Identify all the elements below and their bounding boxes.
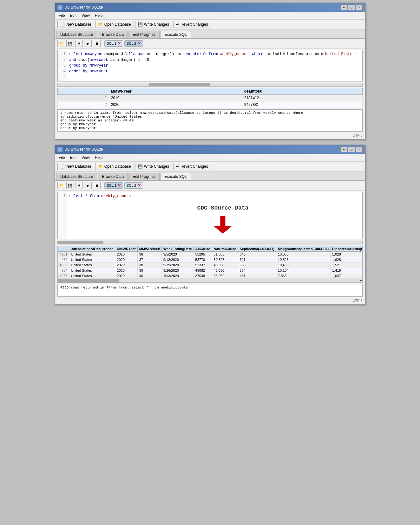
hscroll-thumb-1[interactable] [149, 83, 210, 86]
menu-help-2[interactable]: Help [92, 154, 105, 161]
col-h-nat[interactable]: NaturalCause [212, 246, 238, 252]
window-controls-1[interactable]: − □ ✕ [340, 4, 363, 10]
menu-edit-2[interactable]: Edit [67, 154, 79, 161]
open-database-button-2[interactable]: 📂 Open Database [95, 163, 134, 170]
menu-bar-2: File Edit View Help [55, 154, 365, 162]
row-num: 1 [58, 95, 109, 101]
col-h-date[interactable]: WeekEndingDate [161, 246, 194, 252]
sql-btn-save-2[interactable]: 💾 [66, 182, 74, 189]
menu-view-1[interactable]: View [79, 12, 92, 19]
sql-btn-print-2[interactable]: 🖨 [75, 182, 83, 189]
title-bar-1: 🗄 DB Browser for SQLite − □ ✕ [55, 3, 365, 12]
tab-execute-sql-2[interactable]: Execute SQL [160, 173, 191, 180]
status-text-2: 4965 rows returned in 744ms from: select… [60, 286, 360, 289]
open-database-button-1[interactable]: 📂 Open Database [95, 21, 134, 28]
table-row: 4964 United States 2020399/26/2020 49082… [58, 268, 363, 273]
results-scroll-2[interactable]: JurisdictionofOccurrence MMWRYear MMWRWe… [58, 246, 362, 279]
menu-file-1[interactable]: File [56, 12, 67, 19]
table-row: 2 2020 2427881 [58, 101, 363, 108]
menu-view-2[interactable]: View [79, 154, 92, 161]
write-changes-button-2[interactable]: 💾 Write Changes [135, 163, 172, 170]
tab-bar-2: Database Structure Browse Data Edit Prag… [55, 172, 365, 181]
tab-database-structure-1[interactable]: Database Structure [56, 31, 97, 38]
results-table-2: JurisdictionofOccurrence MMWRYear MMWRWe… [58, 246, 362, 279]
minimize-button-1[interactable]: − [340, 4, 347, 10]
hscroll-editor-1[interactable] [57, 83, 363, 87]
hscroll-thumb-2[interactable] [58, 241, 103, 244]
sql-btn-run-2[interactable]: ▶ [84, 182, 92, 189]
sql-tab-container-2: SQL 1 ✕ SQL 2 ✕ [104, 182, 143, 189]
col-h-all[interactable]: AllCause [194, 246, 212, 252]
tab-browse-data-1[interactable]: Browse Data [98, 31, 128, 38]
title-bar-2: 🗄 DB Browser for SQLite − □ ✕ [55, 145, 365, 154]
sql-code-1[interactable]: select mmwryear,sum(cast(allcause as int… [58, 50, 362, 75]
revert-changes-button-1[interactable]: ↩ Revert Changes [173, 21, 211, 28]
vscroll-arrows-2: ▼ [360, 279, 362, 282]
tab-edit-pragmas-1[interactable]: Edit Pragmas [128, 31, 160, 38]
new-database-button-2[interactable]: 📄 New Database [57, 163, 94, 170]
hscroll-editor-2[interactable] [57, 241, 363, 244]
col-h-mal[interactable]: Malignantneoplasms(C00-C97) [276, 246, 330, 252]
hscroll-table-thumb-2[interactable] [58, 279, 119, 282]
menu-help-1[interactable]: Help [92, 12, 105, 19]
col-h-week[interactable]: MMWRWeek [137, 246, 161, 252]
hscroll-table-2[interactable]: ▼ [57, 279, 363, 283]
table-row: 4963 United States 2020389/19/2020 52337… [58, 262, 363, 268]
open-db-icon-2: 📂 [98, 164, 103, 169]
col-h-dia[interactable]: Diabetesmellitus(E10-E14) [331, 246, 362, 252]
table-row: 4961 United States 2020369/5/2020 552955… [58, 252, 363, 257]
tab-bar-1: Database Structure Browse Data Edit Prag… [55, 29, 365, 39]
scroll-down-arrow[interactable]: ▼ [360, 279, 362, 282]
maximize-button-1[interactable]: □ [348, 4, 355, 10]
col-header-year-1[interactable]: MMWRYear [109, 88, 242, 95]
menu-edit-1[interactable]: Edit [67, 12, 79, 19]
sql-toolbar-1: 📁 💾 🖨 ▶ ⏹ SQL 1 ✕ SQL 2 ✕ [55, 39, 365, 49]
sql-btn-stop-2[interactable]: ⏹ [93, 182, 101, 189]
tab-execute-sql-1[interactable]: Execute SQL [160, 31, 191, 38]
sql-btn-print-1[interactable]: 🖨 [75, 40, 83, 47]
sql-tab-2-2[interactable]: SQL 2 ✕ [124, 182, 143, 189]
maximize-button-2[interactable]: □ [348, 146, 355, 152]
status-text-1: 2 rows returned in 112ms from: select mm… [60, 111, 360, 119]
sql-tab-2-1[interactable]: SQL 2 ✕ [124, 40, 143, 47]
sql-code-2[interactable]: select * from weekly_counts [58, 192, 362, 217]
menu-file-2[interactable]: File [56, 154, 67, 161]
results-container-2: JurisdictionofOccurrence MMWRYear MMWRWe… [57, 246, 363, 279]
status-text-1c: group by mmwryear [60, 122, 360, 126]
close-button-2[interactable]: ✕ [356, 146, 363, 152]
toolbar-2: 📄 New Database 📂 Open Database 💾 Write C… [55, 162, 365, 172]
tab-browse-data-2[interactable]: Browse Data [98, 173, 128, 180]
col-header-total-1[interactable]: deathtotal [242, 88, 362, 95]
status-text-1b: and cast(mmwrweek as integer) <= 40 [60, 119, 360, 122]
minimize-button-2[interactable]: − [340, 146, 347, 152]
revert-changes-button-2[interactable]: ↩ Revert Changes [173, 163, 211, 170]
sql-editor-2[interactable]: 1 select * from weekly_counts CDC Source… [57, 192, 363, 239]
sql-editor-1[interactable]: 12345 select mmwryear,sum(cast(allcause … [57, 50, 363, 81]
table-row: 4962 United States 2020379/12/2020 53770… [58, 257, 363, 262]
tab-database-structure-2[interactable]: Database Structure [56, 173, 97, 180]
col-h-year[interactable]: MMWRYear [115, 246, 138, 252]
write-changes-button-1[interactable]: 💾 Write Changes [135, 21, 172, 28]
col-h-sep[interactable]: Septicemia(A40-A41) [238, 246, 276, 252]
sql-btn-stop-1[interactable]: ⏹ [93, 40, 101, 47]
sql-tab-1-2[interactable]: SQL 1 ✕ [104, 182, 123, 189]
svg-rect-0 [220, 216, 225, 226]
col-h-num[interactable] [58, 246, 69, 252]
sql-tab-container-1: SQL 1 ✕ SQL 2 ✕ [104, 40, 143, 47]
close-button-1[interactable]: ✕ [356, 4, 363, 10]
new-database-button-1[interactable]: 📄 New Database [57, 21, 94, 28]
tab-edit-pragmas-2[interactable]: Edit Pragmas [128, 173, 160, 180]
window-controls-2[interactable]: − □ ✕ [340, 146, 363, 152]
sql-tab-close-1-1[interactable]: ✕ [118, 41, 121, 46]
col-h-jurisdiction[interactable]: JurisdictionofOccurrence [69, 246, 115, 252]
sql-tab-close-2-2[interactable]: ✕ [138, 183, 141, 188]
sql-btn-open-2[interactable]: 📁 [57, 182, 65, 189]
sql-tab-close-1-2[interactable]: ✕ [118, 183, 121, 188]
sql-tab-close-2-1[interactable]: ✕ [138, 41, 141, 46]
sql-btn-open-1[interactable]: 📁 [57, 40, 65, 47]
sql-btn-run-1[interactable]: ▶ [84, 40, 92, 47]
new-db-icon-1: 📄 [60, 22, 65, 27]
sql-btn-save-1[interactable]: 💾 [66, 40, 74, 47]
status-bar-2: 4965 rows returned in 744ms from: select… [57, 284, 363, 297]
sql-tab-1-1[interactable]: SQL 1 ✕ [104, 40, 123, 47]
